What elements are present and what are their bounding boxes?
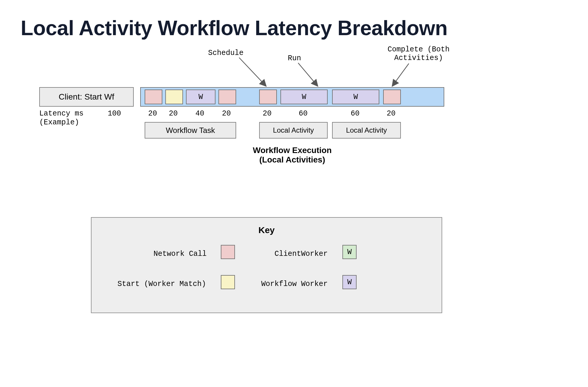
group-local-activity-1-label: Local Activity bbox=[273, 126, 314, 134]
key-network-call-swatch bbox=[221, 245, 235, 259]
latency-label-line1: Latency ms bbox=[39, 109, 84, 118]
client-start-label: Client: Start Wf bbox=[59, 92, 114, 102]
client-start-box: Client: Start Wf bbox=[39, 87, 134, 107]
group-workflow-task: Workflow Task bbox=[145, 122, 236, 139]
latency-la2-run: 60 bbox=[351, 109, 360, 118]
group-local-activity-2: Local Activity bbox=[332, 122, 401, 139]
latency-wft-net1: 20 bbox=[148, 109, 157, 118]
svg-line-0 bbox=[239, 58, 266, 86]
page-title: Local Activity Workflow Latency Breakdow… bbox=[21, 16, 567, 40]
latency-complete: 20 bbox=[387, 109, 396, 118]
seg-wft-net2 bbox=[218, 90, 236, 104]
worker-glyph-wft: W bbox=[198, 93, 203, 101]
seg-wft-net1 bbox=[145, 90, 162, 104]
svg-line-1 bbox=[298, 63, 317, 86]
subtitle-line1: Workflow Execution bbox=[140, 146, 444, 155]
key-client-worker-glyph: W bbox=[347, 248, 352, 256]
latency-label-line2: (Example) bbox=[39, 118, 79, 127]
latency-wft-match: 20 bbox=[169, 109, 178, 118]
key-start-swatch bbox=[221, 275, 235, 289]
subtitle-line2: (Local Activities) bbox=[140, 155, 444, 165]
latency-diagram: Schedule Run Complete (Both Activities) … bbox=[21, 58, 567, 182]
latency-wft-net2: 20 bbox=[222, 109, 231, 118]
key-start-label: Start (Worker Match) bbox=[117, 280, 206, 288]
key-workflow-worker-glyph: W bbox=[347, 278, 352, 287]
subtitle: Workflow Execution (Local Activities) bbox=[140, 146, 444, 165]
latency-la1-run: 60 bbox=[299, 109, 308, 118]
seg-wft-match bbox=[165, 90, 183, 104]
worker-glyph-la1: W bbox=[302, 93, 306, 101]
key-workflow-worker-swatch: W bbox=[342, 275, 357, 289]
group-local-activity-1: Local Activity bbox=[259, 122, 328, 139]
key-client-worker-swatch: W bbox=[342, 245, 357, 259]
latency-client: 100 bbox=[108, 109, 121, 118]
key-workflow-worker-label: Workflow Worker bbox=[261, 280, 328, 288]
worker-glyph-la2: W bbox=[353, 93, 358, 101]
seg-la1-sched bbox=[259, 90, 277, 104]
seg-la2-run: W bbox=[332, 90, 379, 104]
key-network-call-label: Network Call bbox=[153, 250, 207, 258]
latency-wft-worker: 40 bbox=[195, 109, 204, 118]
seg-la1-run: W bbox=[280, 90, 328, 104]
seg-complete bbox=[383, 90, 401, 104]
seg-wft-worker: W bbox=[186, 90, 215, 104]
key-client-worker-label: ClientWorker bbox=[275, 250, 328, 258]
annotation-schedule: Schedule bbox=[208, 49, 244, 57]
key-panel: Key Network Call ClientWorker W Start (W… bbox=[91, 217, 442, 313]
group-workflow-task-label: Workflow Task bbox=[166, 126, 215, 135]
key-title: Key bbox=[92, 225, 442, 235]
latency-la1-sched: 20 bbox=[263, 109, 272, 118]
svg-line-2 bbox=[393, 64, 409, 86]
group-local-activity-2-label: Local Activity bbox=[346, 126, 387, 134]
